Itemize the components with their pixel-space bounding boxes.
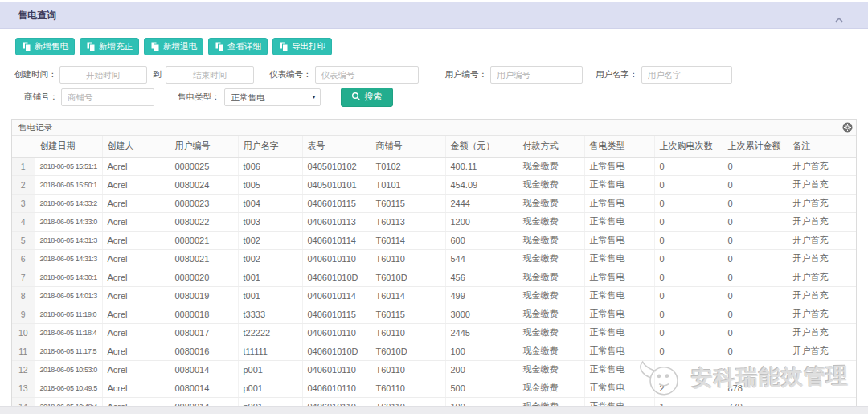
export-print-button[interactable]: 导出打印 (272, 38, 332, 55)
filter-row-1: 创建时间： 到 仪表编号： 用户编号： 用户名字： (0, 65, 732, 84)
table-cell: Acrel (102, 194, 170, 212)
table-cell: 0 (654, 342, 723, 360)
table-cell: 现金缴费 (518, 360, 584, 379)
table-cell: 0 (654, 286, 723, 305)
table-cell: 0080014 (170, 379, 238, 397)
table-cell: 400.11 (445, 157, 518, 175)
table-cell: 454.09 (445, 175, 518, 194)
meter-no-input[interactable] (315, 66, 419, 84)
user-no-input[interactable] (490, 66, 583, 84)
table-cell: 现金缴费 (518, 268, 584, 286)
row-number-cell: 6 (12, 249, 35, 268)
table-cell: Acrel (102, 323, 170, 342)
table-cell: 正常售电 (584, 175, 654, 194)
row-number-cell: 2 (12, 175, 35, 194)
table-cell: 2018-06-05 14:31:3 (35, 249, 102, 268)
table-cell: 0080021 (170, 231, 238, 249)
table-cell: Acrel (102, 342, 170, 360)
create-time-label: 创建时间： (14, 69, 57, 80)
view-detail-button[interactable]: 查看详细 (208, 38, 268, 55)
add-refund-button[interactable]: 新增退电 (144, 38, 203, 55)
table-cell: 0 (723, 249, 788, 268)
add-sale-label: 新增售电 (35, 41, 68, 52)
table-row[interactable]: 92018-06-05 11:19:0Acrel0080018t33330406… (12, 305, 856, 323)
shop-no-input[interactable] (61, 88, 154, 106)
collapse-chevron-up-icon[interactable] (834, 12, 844, 27)
row-number-cell: 12 (12, 360, 35, 379)
sale-type-label: 售电类型： (178, 92, 220, 103)
table-cell: 正常售电 (584, 157, 654, 175)
filter-row-2: 商铺号： 售电类型： 正常售电 ▾ 搜索 (0, 88, 393, 106)
table-row[interactable]: 112018-06-05 11:17:5Acrel0080016t1111104… (12, 342, 856, 360)
column-header: 备注 (788, 136, 856, 157)
table-cell: T60110 (371, 323, 445, 342)
table-cell: T0101 (371, 175, 445, 194)
table-cell: t002 (238, 249, 302, 268)
table-cell: 2018-06-05 10:49:5 (35, 379, 102, 397)
table-row[interactable]: 82018-06-05 14:01:3Acrel0080019t00104060… (12, 286, 856, 305)
table-row[interactable]: 12018-06-05 15:51:1Acrel0080025t00604050… (12, 157, 856, 175)
table-cell: 现金缴费 (518, 379, 584, 397)
table-cell: 0 (723, 231, 788, 249)
row-number-cell: 8 (12, 286, 35, 305)
start-time-input[interactable] (59, 66, 147, 84)
column-header: 表号 (302, 136, 371, 157)
table-cell: 现金缴费 (518, 194, 584, 212)
user-name-input[interactable] (641, 66, 732, 84)
table-cell: T60114 (371, 231, 445, 249)
table-cell: 500 (445, 379, 518, 397)
table-row[interactable]: 22018-06-05 15:50:1Acrel0080024t00504050… (12, 175, 856, 194)
table-cell (654, 360, 723, 379)
table-cell: 现金缴费 (518, 286, 584, 305)
table-cell: 0 (654, 157, 723, 175)
search-button[interactable]: 搜索 (341, 88, 393, 107)
table-cell: T6010D (371, 268, 445, 286)
table-cell: 开户首充 (788, 268, 856, 286)
end-time-input[interactable] (166, 66, 254, 84)
table-row[interactable]: 132018-06-05 10:49:5Acrel0080014p0010406… (12, 379, 856, 397)
table-row[interactable]: 52018-06-05 14:31:3Acrel0080021t00204060… (12, 231, 856, 249)
table-cell: t005 (238, 175, 302, 194)
table-cell: 0 (654, 175, 723, 194)
export-print-label: 导出打印 (292, 41, 326, 52)
table-cell: Acrel (102, 175, 170, 194)
table-cell: 0080024 (170, 175, 238, 194)
table-cell: 0080016 (170, 342, 238, 360)
table-cell: 0 (723, 286, 788, 305)
table-cell: Acrel (102, 286, 170, 305)
table-cell: 正常售电 (584, 379, 654, 397)
row-number-cell: 10 (12, 323, 35, 342)
table-row[interactable]: 102018-06-05 11:18:4Acrel0080017t2222204… (12, 323, 856, 342)
add-sale-button[interactable]: 新增售电 (15, 38, 75, 55)
table-cell: 现金缴费 (518, 342, 584, 360)
table-cell: 0406010110 (302, 249, 371, 268)
table-cell: 0 (723, 157, 788, 175)
table-cell: 2018-06-05 15:51:1 (35, 157, 102, 175)
table-row[interactable]: 62018-06-05 14:31:3Acrel0080021t00204060… (12, 249, 856, 268)
table-cell: 2018-06-05 11:18:4 (35, 323, 102, 342)
table-cell: 0 (723, 305, 788, 323)
table-cell: 0 (654, 323, 723, 342)
table-cell: 0406010114 (302, 231, 371, 249)
table-row[interactable]: 42018-06-05 14:33:0Acrel0080022t00304060… (12, 212, 856, 231)
copy-icon (22, 42, 31, 51)
sale-type-select[interactable]: 正常售电 ▾ (224, 88, 321, 106)
table-cell: 1200 (445, 212, 518, 231)
table-cell: 0080023 (170, 194, 238, 212)
table-cell: T60115 (371, 305, 445, 323)
horizontal-scrollbar[interactable] (0, 406, 868, 414)
column-header: 创建日期 (35, 136, 102, 157)
add-recharge-button[interactable]: 新增充正 (80, 38, 139, 55)
meter-no-label: 仪表编号： (269, 69, 312, 80)
table-row[interactable]: 32018-06-05 14:33:2Acrel0080023t00404060… (12, 194, 856, 212)
table-row[interactable]: 122018-06-05 10:53:0Acrel0080014p0010406… (12, 360, 856, 379)
table-cell: 开户首充 (788, 157, 856, 175)
table-cell: 0406010113 (302, 212, 371, 231)
table-row[interactable]: 72018-06-05 14:30:1Acrel0080020t00104060… (12, 268, 856, 286)
table-cell: 2018-06-05 11:19:0 (35, 305, 102, 323)
table-cell: 2 (654, 379, 723, 397)
records-table-wrap: 创建日期创建人用户编号用户名字表号商铺号金额（元）付款方式售电类型上次购电次数上… (12, 136, 856, 408)
table-cell: T60110 (371, 249, 445, 268)
table-cell: 正常售电 (584, 360, 654, 379)
table-cell: t004 (238, 194, 302, 212)
